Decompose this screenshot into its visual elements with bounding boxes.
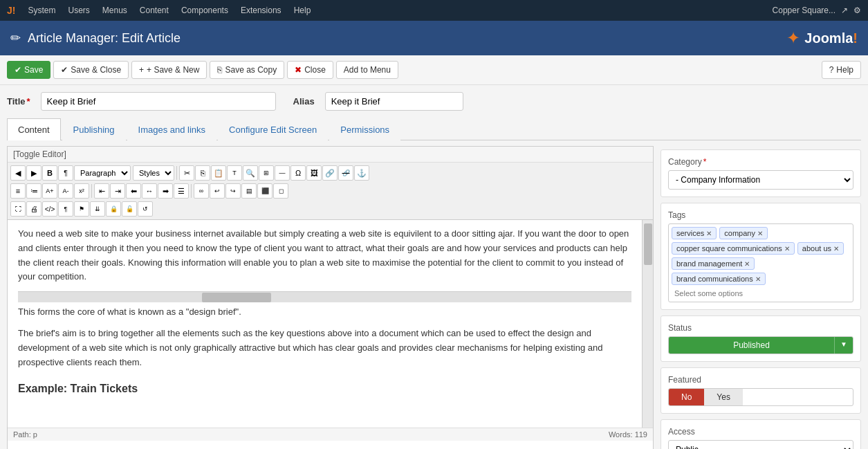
add-to-menu-button[interactable]: Add to Menu	[336, 61, 398, 79]
nav-system[interactable]: System	[22, 0, 61, 21]
tags-label: Tags	[668, 210, 853, 220]
ed-more3[interactable]: ↪	[225, 183, 241, 199]
ed-redo[interactable]: ▶	[26, 165, 41, 181]
tag-company-remove[interactable]: ✕	[757, 230, 763, 237]
editor-toolbar-row2: ≡ ≔ A+ A- x² ⇤ ⇥ ⬅ ↔ ➡ ☰ ∞ ↩ ↪ ▤	[10, 182, 650, 200]
ed-print[interactable]: 🖨	[26, 201, 41, 217]
ed-unlink[interactable]: 🔗	[338, 165, 353, 181]
ed-undo[interactable]: ◀	[10, 165, 26, 181]
tags-container[interactable]: services ✕ company ✕ copper square commu…	[668, 223, 853, 302]
tags-input[interactable]	[672, 288, 850, 299]
tags-row2: copper square communications ✕ about us …	[672, 242, 850, 255]
save-button[interactable]: ✔ Save	[7, 61, 50, 79]
tag-brandcomms-remove[interactable]: ✕	[755, 275, 761, 283]
ed-numlist[interactable]: ≔	[26, 183, 41, 199]
ed-indent-right[interactable]: ⇥	[110, 183, 125, 199]
save-new-button[interactable]: + + Save & New	[131, 61, 207, 79]
editor-content[interactable]: You need a web site to make your busines…	[8, 220, 642, 428]
ed-fullscreen[interactable]: ⛶	[10, 201, 26, 217]
external-link-icon[interactable]: ↗	[841, 6, 848, 15]
tags-section: Tags services ✕ company ✕	[661, 203, 861, 310]
close-button[interactable]: ✖ Close	[287, 61, 333, 79]
ed-paste-text[interactable]: T	[227, 165, 242, 181]
tab-content[interactable]: Content	[7, 118, 61, 140]
tag-brandmgmt-remove[interactable]: ✕	[744, 260, 750, 268]
ed-hr[interactable]: —	[275, 165, 290, 181]
toggle-editor[interactable]: [Toggle Editor]	[8, 147, 653, 163]
nav-components[interactable]: Components	[176, 0, 234, 21]
ed-align-justify[interactable]: ☰	[174, 183, 189, 199]
ed-special3[interactable]: ⇊	[90, 201, 105, 217]
editor-path: Path: p	[13, 430, 37, 439]
ed-image[interactable]: 🖼	[306, 165, 322, 181]
ed-indent-left[interactable]: ⇤	[94, 183, 109, 199]
featured-yes-button[interactable]: Yes	[704, 389, 743, 405]
alias-label: Alias	[293, 96, 315, 107]
tab-configure-edit[interactable]: Configure Edit Screen	[218, 118, 328, 140]
tag-copper-remove[interactable]: ✕	[784, 245, 790, 253]
category-select[interactable]: - Company Information Uncategorised Blog	[668, 170, 853, 190]
alias-input[interactable]	[325, 92, 463, 111]
format-select[interactable]: Paragraph	[74, 165, 131, 181]
ed-charmap[interactable]: Ω	[290, 165, 306, 181]
access-section: Access Public Guest Registered Special	[661, 419, 861, 449]
styles-select[interactable]: Styles	[133, 165, 174, 181]
ed-special5[interactable]: 🔓	[122, 201, 137, 217]
help-button[interactable]: ? Help	[822, 61, 861, 79]
ed-align-center[interactable]: ↔	[142, 183, 157, 199]
ed-special6[interactable]: ↺	[138, 201, 153, 217]
ed-align-right[interactable]: ➡	[158, 183, 173, 199]
ed-special1[interactable]: ¶	[58, 201, 73, 217]
ed-more6[interactable]: ◻	[273, 183, 288, 199]
ed-more4[interactable]: ▤	[241, 183, 257, 199]
ed-find[interactable]: 🔍	[243, 165, 258, 181]
ed-code[interactable]: </>	[42, 201, 57, 217]
tab-permissions[interactable]: Permissions	[329, 118, 400, 140]
status-dropdown-arrow[interactable]: ▼	[834, 337, 853, 354]
editor-hscrollbar[interactable]	[18, 291, 631, 302]
tag-aboutus-remove[interactable]: ✕	[833, 245, 839, 253]
tab-images-links[interactable]: Images and links	[127, 118, 217, 140]
ed-bold-icon[interactable]: B	[42, 165, 57, 181]
ed-cut[interactable]: ✂	[179, 165, 194, 181]
joomla-nav-logo: J!	[7, 5, 15, 16]
ed-copy[interactable]: ⎘	[195, 165, 210, 181]
ed-paste[interactable]: 📋	[211, 165, 226, 181]
site-name: Copper Square...	[773, 6, 835, 15]
nav-content[interactable]: Content	[134, 0, 174, 21]
ed-table[interactable]: ⊞	[259, 165, 274, 181]
ed-fontsize-up[interactable]: A+	[42, 183, 57, 199]
ed-fontsize-down[interactable]: A-	[58, 183, 73, 199]
featured-no-button[interactable]: No	[669, 389, 704, 405]
tag-about-us: about us ✕	[797, 242, 844, 255]
ed-more2[interactable]: ↩	[210, 183, 225, 199]
ed-anchor[interactable]: ⚓	[354, 165, 369, 181]
ed-paragraph[interactable]: ¶	[58, 165, 73, 181]
settings-icon[interactable]: ⚙	[853, 6, 861, 15]
ed-bullist[interactable]: ≡	[10, 183, 26, 199]
ed-special4[interactable]: 🔒	[106, 201, 121, 217]
status-published[interactable]: Published	[669, 337, 834, 354]
ed-more5[interactable]: ⬛	[257, 183, 273, 199]
ed-special2[interactable]: ⚑	[74, 201, 89, 217]
tab-publishing[interactable]: Publishing	[62, 118, 126, 140]
title-input[interactable]	[41, 92, 276, 111]
ed-more1[interactable]: ∞	[194, 183, 209, 199]
nav-menus[interactable]: Menus	[97, 0, 133, 21]
featured-toggle: No Yes	[668, 388, 853, 406]
access-select[interactable]: Public Guest Registered Special	[668, 440, 853, 449]
save-close-button[interactable]: ✔ Save & Close	[53, 61, 129, 79]
save-copy-button[interactable]: ⎘ Save as Copy	[210, 61, 284, 79]
nav-users[interactable]: Users	[62, 0, 95, 21]
ed-align-left[interactable]: ⬅	[126, 183, 141, 199]
tag-services-remove[interactable]: ✕	[706, 230, 712, 237]
ed-superscript[interactable]: x²	[74, 183, 89, 199]
nav-extensions[interactable]: Extensions	[235, 0, 287, 21]
ed-link[interactable]: 🔗	[322, 165, 338, 181]
tabs-bar: Content Publishing Images and links Conf…	[7, 118, 861, 140]
category-label: Category*	[668, 157, 853, 167]
editor-wordcount: Words: 119	[609, 430, 647, 439]
status-toggle[interactable]: Published ▼	[668, 336, 853, 354]
editor-vscrollbar[interactable]	[642, 220, 653, 428]
nav-help[interactable]: Help	[288, 0, 317, 21]
